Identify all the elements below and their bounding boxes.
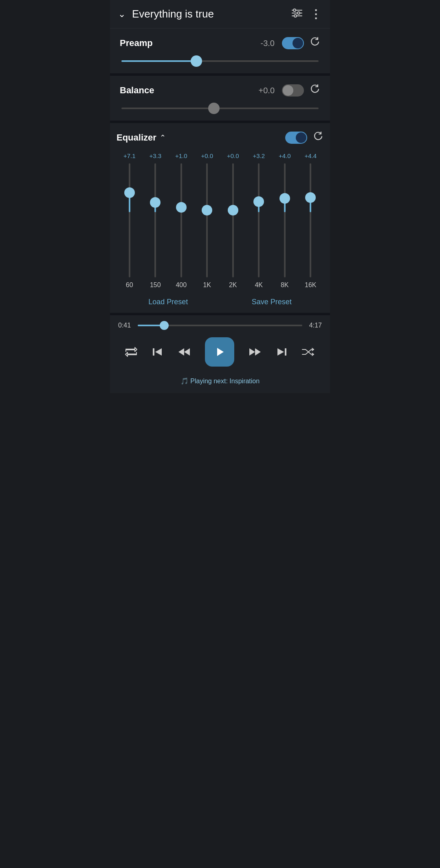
more-icon[interactable]: ⋮ (310, 7, 322, 21)
eq-vslider-track-band-7[interactable] (310, 163, 311, 277)
progress-track[interactable] (138, 325, 302, 326)
preamp-toggle[interactable] (282, 37, 304, 49)
prev-button[interactable] (151, 347, 163, 357)
balance-section: Balance +0.0 (110, 76, 330, 123)
next-button[interactable] (276, 347, 288, 357)
balance-slider-container (120, 104, 320, 112)
eq-freq-label-band-0: 60 (117, 281, 143, 289)
load-preset-button[interactable]: Load Preset (148, 298, 188, 306)
eq-slider-thumb-band-7[interactable] (305, 192, 316, 203)
eq-freq-label-band-4: 2K (220, 281, 246, 289)
rewind-button[interactable] (177, 347, 191, 357)
eq-value-band-3: +0.0 (194, 152, 220, 159)
balance-value: +0.0 (259, 86, 275, 95)
eq-freq-label-band-7: 16K (298, 281, 324, 289)
eq-label: Equalizer (117, 132, 156, 143)
eq-slider-thumb-band-3[interactable] (202, 205, 212, 215)
eq-value-band-1: +3.3 (143, 152, 169, 159)
eq-vslider-track-band-6[interactable] (284, 163, 286, 277)
eq-freq-row: 601504001K2K4K8K16K (117, 281, 323, 289)
eq-vslider-track-band-5[interactable] (258, 163, 260, 277)
svg-point-5 (294, 15, 297, 17)
eq-vslider-track-band-1[interactable] (154, 163, 156, 277)
eq-slider-thumb-band-0[interactable] (124, 187, 135, 198)
eq-value-band-0: +7.1 (117, 152, 143, 159)
eq-vslider-track-band-3[interactable] (206, 163, 208, 277)
eq-vslider-track-band-0[interactable] (129, 163, 130, 277)
playback-section: 0:41 4:17 (110, 315, 330, 393)
svg-rect-14 (285, 348, 286, 356)
preamp-header: Preamp -3.0 (120, 37, 320, 50)
header: ⌄ Everything is true ⋮ (110, 0, 330, 29)
preamp-slider-track[interactable] (121, 60, 319, 62)
eq-vslider-track-band-2[interactable] (180, 163, 182, 277)
balance-header: Balance +0.0 (120, 84, 320, 97)
svg-point-1 (293, 9, 296, 11)
progress-row: 0:41 4:17 (118, 322, 322, 329)
eq-value-band-4: +0.0 (220, 152, 246, 159)
eq-slider-thumb-band-6[interactable] (279, 193, 290, 204)
eq-slider-col-band-1 (143, 163, 169, 277)
eq-slider-col-band-4 (220, 163, 246, 277)
svg-marker-11 (249, 348, 255, 356)
eq-value-band-5: +3.2 (246, 152, 272, 159)
svg-rect-7 (153, 348, 154, 356)
eq-freq-label-band-2: 400 (168, 281, 194, 289)
balance-toggle[interactable] (282, 84, 304, 97)
eq-slider-col-band-5 (246, 163, 272, 277)
balance-slider-thumb[interactable] (208, 103, 220, 114)
save-preset-button[interactable]: Save Preset (252, 298, 292, 306)
progress-thumb[interactable] (160, 321, 169, 330)
eq-slider-col-band-2 (168, 163, 194, 277)
preamp-value: -3.0 (261, 39, 275, 48)
eq-value-band-6: +4.0 (272, 152, 298, 159)
eq-slider-col-band-3 (194, 163, 220, 277)
eq-toggle[interactable] (285, 132, 307, 144)
eq-values-row: +7.1+3.3+1.0+0.0+0.0+3.2+4.0+4.4 (117, 152, 323, 159)
equalizer-section: Equalizer ⌃ +7.1+3.3+1.0+0.0+0.0+3.2+4.0… (110, 123, 330, 315)
eq-slider-col-band-0 (117, 163, 143, 277)
controls-row (118, 337, 322, 367)
fastforward-button[interactable] (248, 347, 262, 357)
preamp-reset-icon[interactable] (310, 37, 320, 50)
preamp-slider-thumb[interactable] (191, 55, 202, 67)
svg-marker-9 (184, 348, 190, 356)
eq-collapse-icon[interactable]: ⌃ (160, 133, 285, 142)
eq-slider-thumb-band-2[interactable] (176, 202, 187, 213)
eq-freq-label-band-3: 1K (194, 281, 220, 289)
balance-reset-icon[interactable] (310, 84, 320, 97)
play-button[interactable] (205, 337, 234, 367)
svg-point-3 (297, 12, 300, 14)
eq-reset-icon[interactable] (313, 131, 323, 144)
eq-slider-thumb-band-5[interactable] (253, 196, 264, 207)
eq-slider-col-band-6 (272, 163, 298, 277)
balance-slider-track[interactable] (121, 108, 319, 109)
eq-preset-row: Load Preset Save Preset (117, 298, 323, 306)
eq-slider-thumb-band-1[interactable] (150, 197, 161, 208)
repeat-button[interactable] (125, 347, 138, 357)
eq-value-band-7: +4.4 (298, 152, 324, 159)
settings-icon[interactable] (291, 8, 303, 20)
preamp-label: Preamp (120, 38, 261, 48)
eq-slider-thumb-band-4[interactable] (228, 205, 238, 215)
svg-marker-6 (155, 348, 162, 356)
eq-freq-label-band-1: 150 (143, 281, 169, 289)
eq-sliders-row (117, 163, 323, 277)
eq-freq-label-band-6: 8K (272, 281, 298, 289)
current-time: 0:41 (118, 322, 133, 329)
eq-slider-col-band-7 (298, 163, 324, 277)
collapse-chevron[interactable]: ⌄ (118, 9, 125, 20)
eq-value-band-2: +1.0 (168, 152, 194, 159)
playing-next: 🎵 Playing next: Inspiration (118, 374, 322, 385)
balance-toggle-knob (283, 85, 293, 96)
svg-marker-8 (178, 348, 184, 356)
svg-marker-13 (277, 348, 284, 356)
shuffle-button[interactable] (301, 347, 315, 357)
eq-vslider-track-band-4[interactable] (232, 163, 234, 277)
balance-label: Balance (120, 85, 259, 96)
eq-freq-label-band-5: 4K (246, 281, 272, 289)
eq-header: Equalizer ⌃ (117, 131, 323, 144)
svg-marker-10 (217, 348, 224, 356)
song-title: Everything is true (132, 8, 291, 20)
svg-marker-12 (255, 348, 261, 356)
